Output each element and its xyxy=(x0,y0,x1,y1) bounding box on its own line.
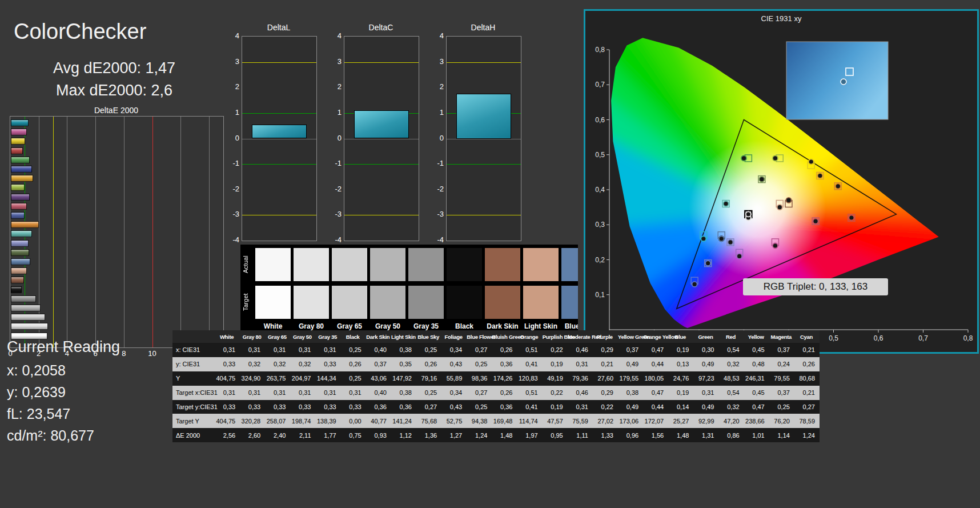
table-row: Target x:CIE310,310,310,310,310,310,310,… xyxy=(172,386,820,400)
y-tick-label: 3 xyxy=(430,57,444,66)
table-cell: 1,14 xyxy=(769,432,794,439)
table-cell: 98,36 xyxy=(467,375,492,382)
swatch-actual-black[interactable] xyxy=(447,248,482,281)
y-tick-label: 2 xyxy=(226,82,239,91)
cie-point-red xyxy=(849,215,854,221)
table-row: ΔE 20002,562,602,402,111,770,750,931,121… xyxy=(172,428,820,442)
table-cell: 0,36 xyxy=(492,361,517,367)
patch-label: Light Skin xyxy=(522,322,560,330)
swatch-target-black[interactable] xyxy=(447,286,482,319)
y-tick-label: 4 xyxy=(328,31,342,40)
reference-line xyxy=(447,215,521,215)
table-cell: 198,74 xyxy=(290,418,315,425)
y-tick-label: 0,2 xyxy=(595,256,605,264)
max-de2000: Max dE2000: 2,6 xyxy=(17,82,211,99)
swatch-target-gray-35[interactable] xyxy=(408,286,444,319)
deltaE-bar-red xyxy=(11,147,23,154)
inset-measured-point xyxy=(841,79,846,85)
swatch-actual-gray-50[interactable] xyxy=(370,248,405,281)
table-cell: 0,41 xyxy=(517,403,543,410)
table-col-header: Dark Skin xyxy=(366,334,391,340)
table-cell: 324,90 xyxy=(240,375,265,382)
table-cell: 0,33 xyxy=(265,403,290,410)
table-cell: 0,33 xyxy=(290,403,315,410)
swatch-target-gray-80[interactable] xyxy=(294,286,329,319)
patch-label: Dark Skin xyxy=(484,322,522,330)
swatch-actual-white[interactable] xyxy=(255,248,291,281)
table-cell: 0,25 xyxy=(341,375,366,382)
table-row-label: Target x:CIE31 xyxy=(172,389,215,396)
table-cell: 0,96 xyxy=(618,432,643,439)
table-cell: 0,21 xyxy=(794,346,820,353)
current-reading-cdm2: cd/m²: 80,677 xyxy=(7,427,94,444)
cie-1931-panel: CIE 1931 xy 00,10,20,30,40,50,60,70,80,1… xyxy=(584,9,979,354)
table-col-header: Blue Flower xyxy=(467,334,492,340)
cie-zoom-inset xyxy=(786,42,888,119)
table-col-header: Orange Yellow xyxy=(643,334,668,340)
table-cell: 114,74 xyxy=(517,418,543,425)
y-tick-label: 0 xyxy=(328,134,342,142)
y-tick-label: 4 xyxy=(430,31,444,40)
x-tick-label: 0,7 xyxy=(918,334,928,342)
avg-de2000: Avg dE2000: 1,47 xyxy=(17,59,211,77)
table-col-header: Green xyxy=(693,334,718,340)
table-cell: 1,31 xyxy=(693,432,718,439)
table-cell: 79,16 xyxy=(416,375,441,382)
swatch-target-blue-sky[interactable] xyxy=(561,286,578,319)
table-cell: 48,53 xyxy=(719,375,744,382)
table-cell: 0,31 xyxy=(240,346,265,353)
table-cell: 169,48 xyxy=(492,418,517,425)
table-cell: 0,31 xyxy=(265,389,290,396)
table-cell: 0,45 xyxy=(744,346,769,353)
swatch-actual-light-skin[interactable] xyxy=(523,248,559,281)
patch-label: Gray 35 xyxy=(407,322,445,330)
swatch-actual-gray-65[interactable] xyxy=(332,248,367,281)
table-cell: 0,26 xyxy=(416,361,441,367)
table-cell: 0,27 xyxy=(794,403,820,410)
swatch-actual-dark-skin[interactable] xyxy=(485,248,520,281)
current-reading-x: x: 0,2058 xyxy=(7,362,66,379)
swatch-actual-gray-35[interactable] xyxy=(408,248,444,281)
table-cell: 0,25 xyxy=(467,403,492,410)
y-tick-label: -3 xyxy=(328,210,342,218)
reference-line xyxy=(242,164,316,165)
grid-line xyxy=(124,117,124,347)
swatch-actual-gray-80[interactable] xyxy=(294,248,329,281)
swatch-target-gray-65[interactable] xyxy=(332,286,367,319)
table-cell: 0,37 xyxy=(618,346,643,353)
table-cell: 52,75 xyxy=(441,418,467,425)
cie-point-green xyxy=(741,155,746,161)
page-title: ColorChecker xyxy=(14,19,146,44)
cie-point-foliage xyxy=(759,177,764,182)
table-cell: 1,48 xyxy=(492,432,517,439)
table-cell: 0,31 xyxy=(568,403,593,410)
table-cell: 1,27 xyxy=(441,432,467,439)
reference-line xyxy=(242,215,316,215)
y-tick-label: 0 xyxy=(226,134,239,142)
swatch-target-gray-50[interactable] xyxy=(370,286,405,319)
cie-point-dark-skin xyxy=(786,198,792,203)
table-col-header: Foliage xyxy=(441,334,467,340)
table-cell: 0,22 xyxy=(543,346,568,353)
table-cell: 1,24 xyxy=(794,432,820,439)
swatch-target-dark-skin[interactable] xyxy=(485,286,520,319)
table-cell: 0,46 xyxy=(568,346,593,353)
delta-chart-title: DeltaH xyxy=(446,23,520,32)
swatch-actual-blue-sky[interactable] xyxy=(561,248,578,281)
actual-row-label: Actual xyxy=(242,248,251,281)
table-cell: 0,27 xyxy=(467,389,492,396)
table-cell: 2,56 xyxy=(215,432,240,439)
table-row-label: y: CIE31 xyxy=(172,361,215,367)
deltaE-bar-purplish-blue xyxy=(11,212,25,219)
deltaE-bar-light-skin xyxy=(11,267,27,274)
table-cell: 0,00 xyxy=(341,418,366,425)
swatch-target-light-skin[interactable] xyxy=(523,286,559,319)
table-cell: 0,86 xyxy=(719,432,744,439)
table-cell: 75,68 xyxy=(416,418,441,425)
table-cell: 0,27 xyxy=(416,403,441,410)
table-cell: 2,60 xyxy=(240,432,265,439)
table-cell: 0,37 xyxy=(769,389,794,396)
table-col-header: Cyan xyxy=(794,334,820,340)
table-cell: 0,22 xyxy=(543,389,568,396)
swatch-target-white[interactable] xyxy=(255,286,291,319)
